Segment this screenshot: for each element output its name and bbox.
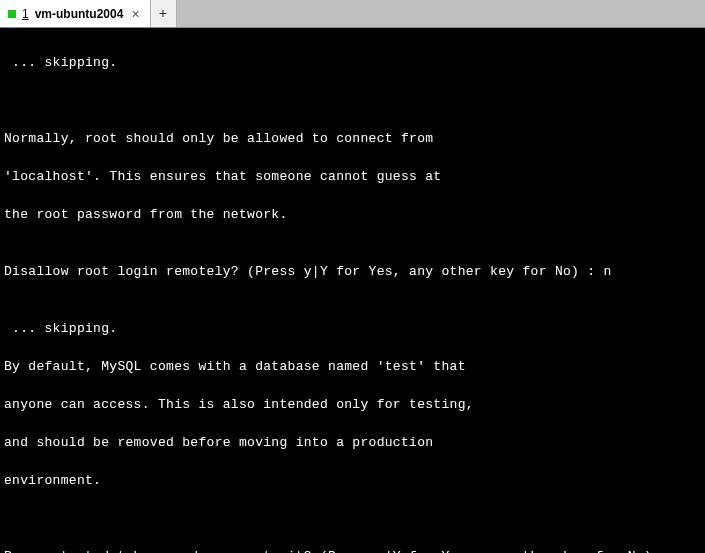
terminal-output[interactable]: ... skipping. Normally, root should only… — [0, 28, 705, 553]
terminal-line: and should be removed before moving into… — [4, 433, 701, 452]
terminal-line: Remove test database and access to it? (… — [4, 547, 701, 553]
tab-number: 1 — [22, 7, 29, 21]
terminal-line: 'localhost'. This ensures that someone c… — [4, 167, 701, 186]
new-tab-button[interactable]: + — [151, 0, 177, 27]
tab-bar: 1 vm-ubuntu2004 × + — [0, 0, 705, 28]
terminal-line: the root password from the network. — [4, 205, 701, 224]
close-icon[interactable]: × — [129, 6, 141, 22]
terminal-line: ... skipping. — [4, 319, 701, 338]
tab-status-icon — [8, 10, 16, 18]
tab-vm-ubuntu2004[interactable]: 1 vm-ubuntu2004 × — [0, 0, 151, 27]
tabbar-empty-area — [177, 0, 705, 27]
terminal-line: By default, MySQL comes with a database … — [4, 357, 701, 376]
tab-title: vm-ubuntu2004 — [35, 7, 124, 21]
terminal-line: Disallow root login remotely? (Press y|Y… — [4, 262, 701, 281]
terminal-line: ... skipping. — [4, 53, 701, 72]
terminal-line: environment. — [4, 471, 701, 490]
terminal-line: Normally, root should only be allowed to… — [4, 129, 701, 148]
terminal-line: anyone can access. This is also intended… — [4, 395, 701, 414]
plus-icon: + — [159, 6, 167, 22]
